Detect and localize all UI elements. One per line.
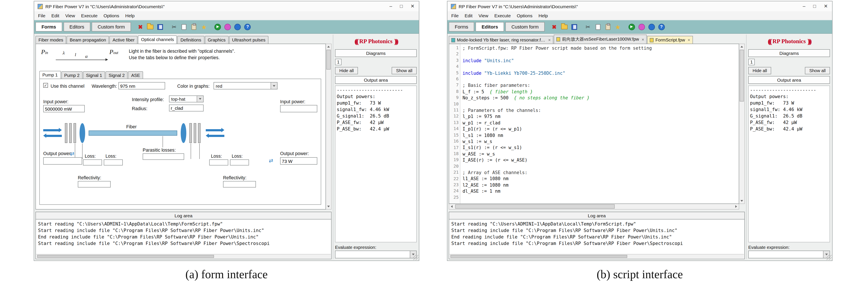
- favorites-star-icon[interactable]: ★: [613, 23, 622, 31]
- tab-signal-2[interactable]: Signal 2: [105, 71, 127, 79]
- tab-ase[interactable]: ASE: [128, 71, 143, 79]
- diagram-1-button[interactable]: 1: [335, 59, 341, 65]
- output-area[interactable]: ------------------------ Output powers: …: [748, 86, 830, 242]
- menu-file[interactable]: File: [35, 12, 49, 20]
- evaluate-expression-combobox[interactable]: [748, 251, 830, 258]
- form-vertical-scrollbar[interactable]: [326, 44, 332, 210]
- help-icon[interactable]: ?: [657, 23, 666, 31]
- toolbar-tab-editors[interactable]: Editors: [63, 22, 90, 32]
- menu-options[interactable]: Options: [514, 12, 535, 20]
- burst-icon[interactable]: [223, 23, 232, 31]
- maximize-button[interactable]: □: [813, 4, 816, 9]
- menu-help[interactable]: Help: [122, 12, 137, 20]
- help-icon[interactable]: ?: [243, 23, 252, 31]
- minimize-button[interactable]: –: [803, 4, 805, 9]
- scrollbar-thumb[interactable]: [37, 255, 214, 258]
- scroll-down-icon[interactable]: [739, 198, 744, 203]
- log-horizontal-scrollbar[interactable]: [36, 254, 331, 258]
- hide-all-button[interactable]: Hide all: [748, 67, 771, 74]
- dropdown-arrow-icon[interactable]: [197, 96, 203, 102]
- open-folder-icon[interactable]: [146, 23, 155, 31]
- output-power-input-right[interactable]: [280, 157, 317, 165]
- close-tab-icon[interactable]: ×: [687, 38, 690, 42]
- loss-input[interactable]: [83, 159, 102, 165]
- resize-grip[interactable]: [413, 255, 418, 260]
- scroll-down-icon[interactable]: [326, 204, 331, 209]
- tab-definitions[interactable]: Definitions: [178, 36, 204, 44]
- menu-view[interactable]: View: [475, 12, 491, 20]
- use-channel-checkbox[interactable]: ✓: [43, 83, 48, 88]
- reflectivity-input[interactable]: [78, 181, 111, 188]
- log-output[interactable]: Start reading "C:\Users\ADMINI~1\AppData…: [449, 219, 745, 259]
- script-editor[interactable]: 123 456 789 101112 131415 161718 192021 …: [449, 44, 739, 204]
- copy-icon[interactable]: [593, 23, 602, 31]
- output-power-input-left[interactable]: [43, 157, 82, 165]
- editor-horizontal-scrollbar[interactable]: [449, 204, 739, 210]
- scroll-up-icon[interactable]: [739, 44, 744, 49]
- tab-pump-2[interactable]: Pump 2: [61, 71, 83, 79]
- toolbar-tab-editors[interactable]: Editors: [475, 22, 504, 32]
- code-area[interactable]: ; FormScript.fpw: RP Fiber Power script …: [460, 44, 739, 203]
- scrollbar-thumb[interactable]: [451, 255, 627, 258]
- parasitic-losses-input[interactable]: [143, 153, 184, 160]
- radius-input[interactable]: [169, 104, 204, 112]
- toolbar-tab-forms[interactable]: Forms: [449, 22, 474, 32]
- intensity-profile-select[interactable]: top-hat: [169, 95, 204, 102]
- editor-tab-formscript[interactable]: FormScript.fpw ×: [647, 36, 693, 44]
- paste-icon[interactable]: [603, 23, 612, 31]
- tab-ultrashort-pulses[interactable]: Ultrashort pulses: [229, 36, 269, 44]
- toolbar-tab-forms[interactable]: Forms: [35, 22, 62, 32]
- paste-icon[interactable]: [190, 23, 198, 31]
- close-tab-icon[interactable]: ×: [548, 38, 551, 42]
- reflectivity-input[interactable]: [223, 181, 256, 188]
- loss-input[interactable]: [104, 159, 123, 165]
- tab-active-fiber[interactable]: Active fiber: [110, 36, 138, 44]
- toolbar-tab-custom-form[interactable]: Custom form: [92, 22, 131, 32]
- tab-signal-1[interactable]: Signal 1: [83, 71, 105, 79]
- minimize-button[interactable]: –: [390, 4, 392, 9]
- tab-fiber-modes[interactable]: Fiber modes: [35, 36, 66, 44]
- copy-icon[interactable]: [180, 23, 188, 31]
- tab-pump-1[interactable]: Pump 1: [39, 71, 61, 79]
- scrollbar-thumb[interactable]: [455, 204, 615, 209]
- show-all-button[interactable]: Show all: [805, 67, 830, 74]
- menu-execute[interactable]: Execute: [78, 12, 100, 20]
- menu-file[interactable]: File: [448, 12, 462, 20]
- hide-all-button[interactable]: Hide all: [335, 67, 358, 74]
- input-power-input-right[interactable]: [280, 105, 317, 112]
- run-icon[interactable]: ▶: [627, 23, 636, 31]
- close-button[interactable]: ✕: [824, 4, 828, 9]
- input-power-input-left[interactable]: [43, 105, 85, 112]
- maximize-button[interactable]: □: [400, 4, 403, 9]
- cut-icon[interactable]: ✂: [170, 23, 179, 31]
- menu-help[interactable]: Help: [535, 12, 551, 20]
- menu-edit[interactable]: Edit: [49, 12, 62, 20]
- delete-icon[interactable]: ✖: [136, 23, 145, 31]
- loss-input[interactable]: [230, 159, 249, 165]
- close-button[interactable]: ✕: [411, 4, 414, 9]
- save-icon[interactable]: [156, 23, 165, 31]
- editor-tab-mode-locked[interactable]: Mode-locked Yb fiber laser, ring resonat…: [449, 36, 553, 44]
- titlebar[interactable]: RP Fiber Power V7 in "C:\Users\Administr…: [447, 1, 832, 11]
- close-tab-icon[interactable]: ×: [642, 37, 644, 42]
- cut-icon[interactable]: ✂: [584, 23, 592, 31]
- favorites-star-icon[interactable]: ★: [200, 23, 208, 31]
- scroll-right-icon[interactable]: [734, 204, 739, 209]
- editor-vertical-scrollbar[interactable]: [739, 44, 745, 204]
- save-icon[interactable]: [570, 23, 578, 31]
- editor-tab-amplifier[interactable]: 前向放大器vsSeeFiberLaser1000W.fpw ×: [554, 35, 647, 44]
- tab-beam-propagation[interactable]: Beam propagation: [67, 36, 109, 44]
- web-icon[interactable]: [234, 23, 242, 31]
- menu-execute[interactable]: Execute: [491, 12, 514, 20]
- show-all-button[interactable]: Show all: [392, 67, 417, 74]
- output-area[interactable]: ------------------------ Output powers: …: [335, 86, 417, 242]
- scrollbar-thumb[interactable]: [327, 50, 331, 69]
- scroll-up-icon[interactable]: [326, 44, 331, 49]
- wavelength-input[interactable]: [119, 82, 165, 89]
- run-icon[interactable]: ▶: [214, 23, 222, 31]
- scrollbar-thumb[interactable]: [740, 50, 744, 101]
- menu-view[interactable]: View: [62, 12, 78, 20]
- delete-icon[interactable]: ✖: [550, 23, 558, 31]
- evaluate-expression-combobox[interactable]: [335, 251, 417, 258]
- open-folder-icon[interactable]: [560, 23, 568, 31]
